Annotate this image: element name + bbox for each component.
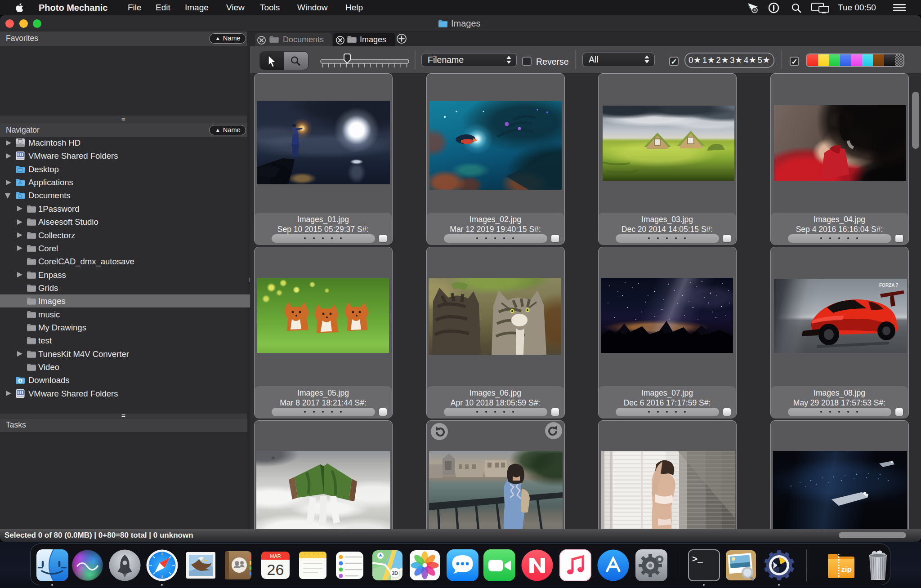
svg-text:MAR: MAR bbox=[270, 553, 281, 559]
svg-text:>_: >_ bbox=[692, 554, 703, 565]
svg-text:3D: 3D bbox=[391, 570, 398, 576]
svg-text:26: 26 bbox=[267, 561, 284, 578]
svg-text:zip: zip bbox=[841, 565, 852, 574]
svg-text:FORZA 7: FORZA 7 bbox=[879, 283, 899, 288]
